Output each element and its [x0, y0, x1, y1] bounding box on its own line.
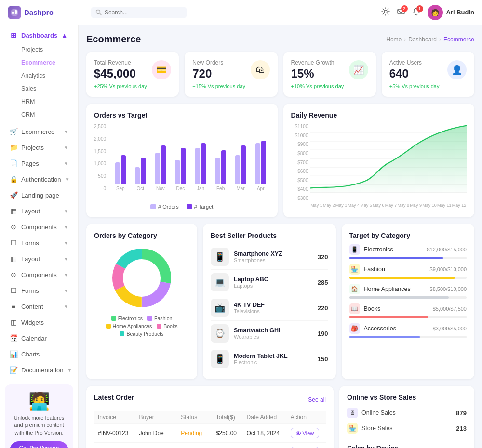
settings-icon[interactable]	[381, 7, 390, 18]
product-thumb-0: 📱	[211, 248, 229, 266]
right-stats: Online vs Store Sales 🖥 Online Sales 879…	[339, 386, 474, 448]
cell-status-0: Pending	[177, 424, 212, 443]
orders-vs-target-card: Orders vs Target 2,500 2,000 1,500 1,000…	[86, 104, 278, 217]
orders-table: Invoice Buyer Status Total($) Date Added…	[94, 411, 326, 448]
middle-row: Orders by Category	[86, 224, 474, 379]
online-sales-icon: 🖥	[347, 408, 358, 418]
page-title: Ecommerce	[86, 34, 141, 45]
cell-date-0: Oct 18, 2024	[242, 424, 286, 443]
see-all-link[interactable]: See all	[308, 396, 326, 403]
cell-total-1: $500.00	[212, 443, 243, 448]
content-icon: ≡	[10, 303, 17, 310]
search-input[interactable]	[105, 9, 177, 16]
target-icon-books: 📖	[349, 303, 360, 314]
sidebar-item-projects[interactable]: Projects	[3, 43, 75, 56]
sidebar-item-forms[interactable]: ☐ Forms ▼	[3, 235, 75, 250]
bc-home[interactable]: Home	[386, 36, 402, 43]
stat-value-users: 640	[389, 67, 422, 80]
legend-dot-target	[187, 204, 192, 209]
sidebar-item-projects-main[interactable]: 📁 Projects ▼	[3, 140, 75, 155]
orders-table-head: Invoice Buyer Status Total($) Date Added…	[94, 411, 326, 424]
bar-chart: 2,500 2,000 1,500 1,000 500 0	[94, 124, 270, 210]
sidebar-item-sales[interactable]: Sales	[3, 82, 75, 95]
online-store-card: Online vs Store Sales 🖥 Online Sales 879…	[339, 386, 474, 448]
bar-jan-target	[201, 143, 206, 184]
sidebar-item-components2[interactable]: ⊙ Components ▼	[3, 267, 75, 282]
sidebar-item-analytics[interactable]: Analytics	[3, 69, 75, 82]
donut-svg	[108, 244, 175, 312]
bell-icon[interactable]: 1	[412, 7, 421, 18]
product-count-3: 190	[318, 330, 328, 337]
user-avatar-wrap[interactable]: 🧑 Ari Budin	[428, 5, 475, 20]
legend-orders: # Orders	[150, 204, 179, 210]
breadcrumb: Home › Dashboard › Ecommerce	[386, 36, 474, 43]
layout-icon: ▦	[10, 207, 17, 215]
bar-feb-orders	[215, 158, 220, 184]
target-item-books: 📖 Books $5,000/$7,500	[349, 303, 467, 318]
product-info-3: Smartwatch GHI Wearables	[234, 327, 313, 340]
sidebar-item-calendar[interactable]: 📅 Calendar	[3, 330, 75, 346]
target-vals-electronics: $12,000/$15,000	[427, 247, 467, 252]
bar-mar-target	[241, 145, 246, 184]
product-thumb-1: 💻	[211, 273, 229, 291]
target-fill-books	[349, 316, 428, 318]
logo[interactable]: Dashpro	[8, 6, 85, 19]
online-sales-val: 879	[456, 409, 467, 417]
sidebar-item-charts[interactable]: 📊 Charts	[3, 346, 75, 362]
app-name: Dashpro	[24, 8, 54, 16]
sidebar-item-pages[interactable]: 📄 Pages ▼	[3, 156, 75, 171]
daily-revenue-title: Daily Revenue	[291, 111, 467, 119]
forms2-icon: ☐	[10, 287, 17, 294]
sidebar-item-ecommerce-main[interactable]: 🛒 Ecommerce ▼	[3, 124, 75, 139]
bar-group-apr: Apr	[252, 121, 270, 191]
sidebar-item-ecommerce[interactable]: Ecommerce	[3, 56, 75, 69]
cell-buyer-0: John Doe	[135, 424, 177, 443]
online-sales-label: Online Sales	[362, 409, 452, 416]
col-invoice: Invoice	[94, 411, 135, 424]
sidebar-item-forms2[interactable]: ☐ Forms ▼	[3, 283, 75, 298]
sidebar-item-crm[interactable]: CRM	[3, 108, 75, 121]
donut-wrap	[94, 244, 189, 312]
bar-oct-target	[141, 158, 146, 184]
target-icon-electronics: 📱	[349, 244, 360, 255]
search-box[interactable]	[91, 7, 187, 18]
sidebar-item-authentication[interactable]: 🔒 Authentication ▼	[3, 171, 75, 187]
target-item-accessories: 🎒 Accessories $3,000/$5,000	[349, 323, 467, 338]
sidebar-item-landing[interactable]: 🚀 Landing page	[3, 187, 75, 203]
donut-dot-fashion	[147, 316, 152, 321]
table-row: #INV-00124 Jane Smith Complete $500.00 O…	[94, 443, 326, 448]
promo-box: 🧑‍💻 Unlock more features and premium con…	[5, 384, 73, 448]
line-chart-wrap: $1100 $1000 $900 $800 $700 $600 $500 $40…	[291, 124, 467, 201]
legend-target: # Target	[187, 204, 214, 210]
eye-icon	[296, 431, 301, 435]
donut-dot-home	[106, 324, 111, 329]
bc-dashboard[interactable]: Dashboard	[408, 36, 437, 43]
promo-button[interactable]: Get Pro Version →	[10, 441, 68, 448]
sidebar-item-dashboards[interactable]: ⊞ Dashboards ▲	[3, 27, 75, 43]
product-cat-0: Smartphones	[234, 257, 313, 263]
sidebar-item-content[interactable]: ≡ Content ▼	[3, 299, 75, 314]
col-action: Action	[287, 411, 326, 424]
pages-icon: 📄	[10, 159, 17, 167]
sidebar-item-docs[interactable]: 📝 Documentation ▼	[3, 362, 75, 378]
sidebar-item-hrm[interactable]: HRM	[3, 95, 75, 108]
line-chart-svg	[310, 124, 467, 193]
product-count-4: 150	[318, 356, 328, 363]
sidebar-item-layout[interactable]: ▦ Layout ▼	[3, 203, 75, 219]
product-item-4: 📱 Modern Tablet JKL Electronic 150	[211, 346, 328, 371]
mail-icon[interactable]: 2	[397, 7, 405, 18]
stat-card-users: Active Users 640 👤 +5% Vs previous day	[382, 52, 474, 97]
charts-row: Orders vs Target 2,500 2,000 1,500 1,000…	[86, 104, 474, 217]
bar-dec-target	[181, 148, 186, 184]
product-info-0: Smartphone XYZ Smartphones	[234, 250, 313, 263]
sidebar-item-layout2[interactable]: ▦ Layout ▼	[3, 251, 75, 266]
sidebar-item-widgets[interactable]: ◫ Widgets	[3, 315, 75, 330]
sidebar-item-components[interactable]: ⊙ Components ▼	[3, 219, 75, 235]
stat-label-growth: Revenue Growth	[291, 59, 335, 66]
bar-feb-target	[221, 150, 226, 184]
bar-apr-target	[261, 141, 266, 184]
avatar: 🧑	[428, 5, 443, 20]
orders-title: Latest Order	[94, 394, 134, 401]
view-button-0[interactable]: View	[291, 428, 320, 438]
target-vals-accessories: $3,000/$5,000	[433, 326, 467, 331]
